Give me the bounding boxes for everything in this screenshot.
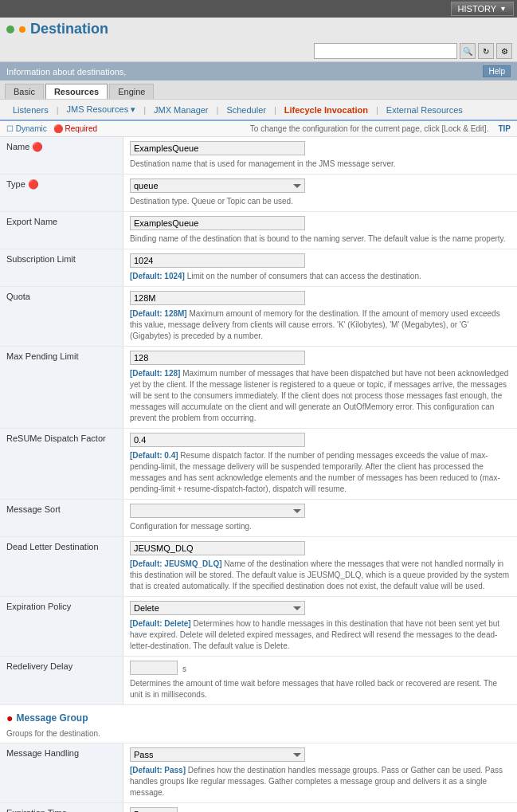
type-select[interactable]: queue topic [130,178,305,193]
tip-label: TIP [498,124,511,133]
field-resume-dispatch-factor-row: ReSUMe Dispatch Factor [Default: 0.4] Re… [0,429,517,500]
field-quota-label: Quota [0,287,123,346]
field-dead-letter-destination-value: [Default: JEUSMQ_DLQ] Name of the destin… [123,537,517,596]
message-group-section-header: ● Message Group [0,705,517,728]
field-redelivery-delay-value: s Determines the amount of time wait bef… [123,657,517,704]
redelivery-delay-input[interactable] [130,661,178,675]
field-dead-letter-destination-row: Dead Letter Destination [Default: JEUSMQ… [0,537,517,597]
resume-dispatch-factor-input[interactable] [130,433,305,447]
field-export-name-row: Export Name Binding name of the destinat… [0,212,517,249]
tab-basic[interactable]: Basic [5,84,44,99]
search-button[interactable]: 🔍 [460,43,476,59]
field-message-sort-row: Message Sort Configuration for message s… [0,500,517,537]
export-name-input[interactable] [130,216,305,230]
resume-dispatch-factor-desc: [Default: 0.4] Resume dispatch factor. I… [130,450,511,495]
field-quota-value: [Default: 128M] Maximum amount of memory… [123,287,517,346]
page-title: Destination [30,21,108,37]
field-quota-row: Quota [Default: 128M] Maximum amount of … [0,287,517,347]
tab-engine[interactable]: Engine [109,84,154,99]
content-area: Name 🔴 Destination name that is used for… [0,137,517,812]
field-name-label: Name 🔴 [0,137,123,174]
type-desc: Destination type. Queue or Topic can be … [130,196,511,207]
field-max-pending-limit-row: Max Pending Limit [Default: 128] Maximum… [0,347,517,429]
field-export-name-value: Binding name of the destination that is … [123,212,517,249]
section-dot: ● [6,712,13,724]
subtab-jmx-manager[interactable]: JMX Manager [147,104,214,116]
top-bar: HISTORY [0,0,517,18]
field-name-row: Name 🔴 Destination name that is used for… [0,137,517,175]
max-pending-limit-input[interactable] [130,351,305,365]
field-type-value: queue topic Destination type. Queue or T… [123,175,517,211]
redelivery-delay-unit: s [182,665,186,673]
dot1-decoration [6,25,14,33]
sub-tabs: Listeners | JMS Resources ▾ | JMX Manage… [0,100,517,121]
settings-button[interactable]: ⚙ [496,43,512,59]
subtab-lifecycle-invocation[interactable]: Lifecycle Invocation [278,104,374,116]
subtab-listeners[interactable]: Listeners [6,104,55,116]
expiration-policy-select[interactable]: Delete Redirect [130,601,305,615]
field-subscription-limit-row: Subscription Limit [Default: 1024] Limit… [0,249,517,287]
required-asterisk: 🔴 [32,142,43,152]
message-group-title: Message Group [16,712,88,724]
tab-resources[interactable]: Resources [45,84,108,99]
info-bar: Information about destinations, Help [0,62,517,80]
search-input[interactable] [314,43,457,59]
field-resume-dispatch-factor-label: ReSUMe Dispatch Factor [0,429,123,499]
field-subscription-limit-value: [Default: 1024] Limit on the number of c… [123,249,517,286]
field-type-row: Type 🔴 queue topic Destination type. Que… [0,175,517,212]
lock-bar: ☐ Dynamic 🔴 Required To change the confi… [0,121,517,137]
field-type-label: Type 🔴 [0,175,123,211]
max-pending-limit-desc: [Default: 128] Maximum number of message… [130,368,511,424]
subtab-external-resources[interactable]: External Resources [380,104,469,116]
field-mg-expiration-time-value: s [Default: -1] Expiration time of incom… [123,803,517,812]
field-export-name-label: Export Name [0,212,123,249]
main-tabs: Basic Resources Engine [0,80,517,100]
name-desc: Destination name that is used for manage… [130,159,511,170]
message-handling-select[interactable]: Pass Gather [130,747,305,762]
subtab-scheduler[interactable]: Scheduler [220,104,272,116]
field-max-pending-limit-label: Max Pending Limit [0,347,123,428]
field-message-handling-value: Pass Gather [Default: Pass] Defines how … [123,743,517,802]
field-redelivery-delay-label: Redelivery Delay [0,657,123,704]
field-name-value: Destination name that is used for manage… [123,137,517,174]
message-group-desc: Groups for the destination. [0,728,517,743]
field-message-sort-label: Message Sort [0,500,123,536]
field-mg-expiration-time-row: Expiration Time s [Default: -1] Expirati… [0,803,517,812]
field-resume-dispatch-factor-value: [Default: 0.4] Resume dispatch factor. I… [123,429,517,499]
field-message-handling-label: Message Handling [0,743,123,802]
quota-input[interactable] [130,291,305,305]
dynamic-label: ☐ Dynamic [6,124,47,133]
subtab-jms-resources[interactable]: JMS Resources ▾ [61,103,143,116]
field-message-sort-value: Configuration for message sorting. [123,500,517,536]
expiration-policy-desc: [Default: Delete] Determines how to hand… [130,618,511,652]
field-mg-expiration-time-label: Expiration Time [0,803,123,812]
required-asterisk: 🔴 [28,179,39,190]
refresh-button[interactable]: ↻ [478,43,494,59]
field-expiration-policy-value: Delete Redirect [Default: Delete] Determ… [123,597,517,656]
message-handling-desc: [Default: Pass] Defines how the destinat… [130,765,511,798]
history-button[interactable]: HISTORY [451,2,514,16]
field-message-handling-row: Message Handling Pass Gather [Default: P… [0,743,517,803]
message-sort-desc: Configuration for message sorting. [130,521,511,532]
quota-desc: [Default: 128M] Maximum amount of memory… [130,308,511,342]
field-dead-letter-destination-label: Dead Letter Destination [0,537,123,596]
field-max-pending-limit-value: [Default: 128] Maximum number of message… [123,347,517,428]
export-name-desc: Binding name of the destination that is … [130,233,511,245]
required-label: 🔴 Required [53,124,97,133]
field-expiration-policy-label: Expiration Policy [0,597,123,656]
message-sort-select[interactable] [130,504,305,518]
dot2-decoration [19,26,25,33]
dead-letter-destination-desc: [Default: JEUSMQ_DLQ] Name of the destin… [130,559,511,592]
field-subscription-limit-label: Subscription Limit [0,249,123,286]
help-button[interactable]: Help [483,65,511,77]
lock-message: To change the configuration for the curr… [104,124,488,133]
subscription-limit-input[interactable] [130,253,305,268]
mg-expiration-time-input[interactable] [130,807,178,812]
page-title-bar: Destination [0,18,517,41]
name-input[interactable] [130,141,305,155]
field-redelivery-delay-row: Redelivery Delay s Determines the amount… [0,657,517,705]
redelivery-delay-desc: Determines the amount of time wait befor… [130,678,511,700]
field-expiration-policy-row: Expiration Policy Delete Redirect [Defau… [0,597,517,657]
subscription-limit-desc: [Default: 1024] Limit on the number of c… [130,271,511,282]
dead-letter-destination-input[interactable] [130,541,305,555]
